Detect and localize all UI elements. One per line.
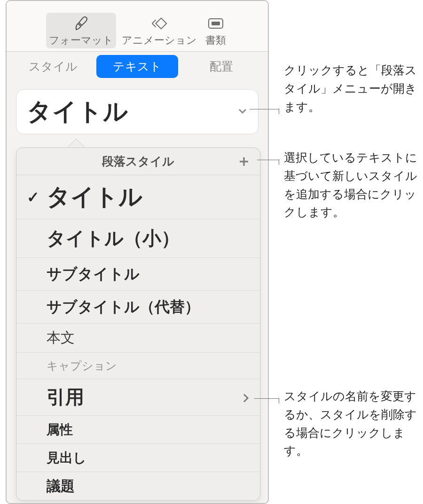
style-item[interactable]: サブタイトル（代替） xyxy=(16,291,260,324)
style-item[interactable]: タイトル xyxy=(16,175,260,219)
style-item-label: 引用 xyxy=(47,384,84,410)
style-item-label: 見出し xyxy=(47,449,86,467)
style-item-label: キャプション xyxy=(47,358,117,373)
style-item[interactable]: 見出し xyxy=(16,444,260,472)
style-item[interactable]: サブタイトル xyxy=(16,258,260,291)
brush-icon xyxy=(70,15,91,32)
chevron-right-icon[interactable] xyxy=(242,387,250,408)
chevron-down-icon xyxy=(237,106,248,118)
subtabs: スタイル テキスト 配置 xyxy=(7,52,268,81)
style-item[interactable]: タイトル（小） xyxy=(16,219,260,258)
leader-line xyxy=(254,398,279,399)
svg-rect-1 xyxy=(212,22,220,25)
tab-text[interactable]: テキスト xyxy=(96,55,178,78)
style-item[interactable]: 本文 xyxy=(16,324,260,353)
popover-title: 段落スタイル xyxy=(102,154,174,169)
popover-pointer xyxy=(68,139,85,147)
leader-line xyxy=(250,109,279,109)
toolbar-animation-label: アニメーション xyxy=(122,33,197,47)
paragraph-style-row: タイトル xyxy=(16,89,258,134)
callout-open-menu: クリックすると「段落スタイル」メニューが開きます。 xyxy=(284,61,423,116)
style-item[interactable]: 属性 xyxy=(16,416,260,444)
add-style-button[interactable] xyxy=(237,155,251,168)
toolbar-document-label: 書類 xyxy=(205,33,226,47)
paragraph-style-dropdown[interactable]: タイトル xyxy=(16,89,258,134)
style-item[interactable]: 議題 xyxy=(16,472,260,500)
toolbar: フォーマット アニメーション 書類 xyxy=(7,1,268,52)
style-item[interactable]: 引用 xyxy=(16,379,260,416)
style-item-label: タイトル xyxy=(47,181,142,213)
callout-add-style: 選択しているテキストに基づいて新しいスタイルを追加する場合にクリックします。 xyxy=(284,148,423,221)
style-item-label: サブタイトル（代替） xyxy=(47,297,200,318)
diamond-icon xyxy=(149,15,170,32)
toolbar-format-label: フォーマット xyxy=(49,33,113,47)
style-item-label: タイトル（小） xyxy=(47,225,180,251)
style-item-label: 属性 xyxy=(47,421,73,439)
popover-header: 段落スタイル xyxy=(16,148,260,175)
style-item-label: サブタイトル xyxy=(47,264,140,285)
display-icon xyxy=(205,15,226,32)
toolbar-animation[interactable]: アニメーション xyxy=(119,13,200,48)
toolbar-document[interactable]: 書類 xyxy=(203,13,229,48)
paragraph-style-popover: 段落スタイル タイトルタイトル（小）サブタイトルサブタイトル（代替）本文キャプシ… xyxy=(16,139,260,501)
tab-style[interactable]: スタイル xyxy=(12,55,94,78)
style-item-label: 本文 xyxy=(47,328,75,348)
callout-rename-delete: スタイルの名前を変更するか、スタイルを削除する場合にクリックします。 xyxy=(284,387,423,460)
paragraph-style-current: タイトル xyxy=(27,95,128,128)
inspector-panel: フォーマット アニメーション 書類 スタイル テキスト 配置 タイトル xyxy=(6,0,269,504)
paragraph-style-list: タイトルタイトル（小）サブタイトルサブタイトル（代替）本文キャプション引用属性見… xyxy=(16,175,260,500)
toolbar-format[interactable]: フォーマット xyxy=(46,13,116,48)
tab-arrange[interactable]: 配置 xyxy=(181,55,262,78)
leader-line xyxy=(257,160,279,160)
style-item[interactable]: キャプション xyxy=(16,353,260,379)
style-item-label: 議題 xyxy=(47,477,75,496)
